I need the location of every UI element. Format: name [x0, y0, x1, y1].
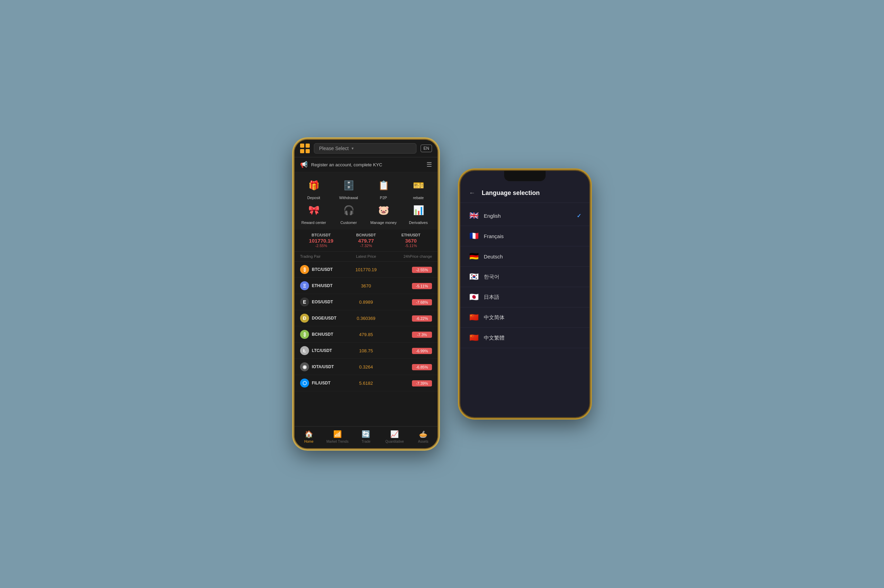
fr-name: Français	[484, 233, 581, 239]
zh-tw-flag-icon: 🇨🇳	[469, 333, 479, 342]
table-row[interactable]: ◉ IOTA/USDT 0.3264 -6.85%	[295, 359, 437, 375]
check-icon: ✓	[577, 213, 581, 219]
grid-icon[interactable]	[300, 144, 310, 153]
customer-label: Customer	[340, 220, 357, 225]
table-row[interactable]: Ł LTC/USDT 108.75 -6.99%	[295, 343, 437, 359]
pair-name: BCH/USDT	[312, 332, 333, 337]
reward-label: Reward center	[301, 220, 326, 225]
table-header: Trading Pair Latest Price 24hPrice chang…	[295, 251, 437, 262]
deposit-icon: 🎁	[305, 177, 322, 194]
table-row[interactable]: ⬡ FIL/USDT 5.6182 -7.39%	[295, 375, 437, 391]
coin-icon: Ð	[300, 314, 309, 322]
price-cell: 0.8989	[344, 300, 388, 305]
coin-icon: ₿	[300, 330, 309, 339]
phone-notch	[504, 171, 546, 181]
nav-quant[interactable]: 📈 Quantitative	[380, 430, 409, 443]
nav-home[interactable]: 🏠 Home	[295, 430, 323, 443]
trade-nav-icon: 🔄	[362, 430, 370, 438]
lang-item-ko[interactable]: 🇰🇷 한국어	[460, 267, 589, 287]
lang-item-en[interactable]: 🇬🇧 English ✓	[460, 206, 589, 226]
coin-icon: ◉	[300, 362, 309, 371]
right-phone: ← Language selection 🇬🇧 English ✓ 🇫🇷 Fra…	[459, 170, 591, 418]
market-BCH-USDT[interactable]: BCH/USDT 479.77 -7.32%	[345, 233, 387, 248]
pair-name: ETH/USDT	[312, 283, 332, 288]
zh-tw-name: 中文繁體	[484, 335, 581, 341]
language-title: Language selection	[482, 189, 540, 197]
action-p2p[interactable]: 📋 P2P	[367, 177, 400, 200]
en-flag-icon: 🇬🇧	[469, 211, 479, 220]
language-list: 🇬🇧 English ✓ 🇫🇷 Français 🇩🇪 Deutsch 🇰🇷 한…	[460, 203, 589, 417]
lang-item-zh-cn[interactable]: 🇨🇳 中文简体	[460, 308, 589, 328]
nav-market[interactable]: 📶 Market Trends	[323, 430, 352, 443]
lang-item-de[interactable]: 🇩🇪 Deutsch	[460, 246, 589, 267]
pair-name: DOGE/USDT	[312, 316, 336, 321]
table-row[interactable]: E EOS/USDT 0.8989 -7.68%	[295, 294, 437, 310]
pair-name: LTC/USDT	[312, 348, 332, 353]
pair-name: BTC/USDT	[312, 267, 333, 272]
change-badge: -2.55%	[412, 267, 432, 273]
menu-icon[interactable]: ☰	[427, 161, 432, 168]
derivatives-label: Derivatives	[409, 220, 427, 225]
money-icon: 🐷	[375, 202, 392, 218]
top-bar: Please Select ▾ EN	[295, 140, 437, 158]
language-screen: ← Language selection 🇬🇧 English ✓ 🇫🇷 Fra…	[460, 171, 589, 417]
announcement-bar: 📢 Register an account, complete KYC ☰	[295, 158, 437, 172]
ko-name: 한국어	[484, 274, 581, 280]
action-reward[interactable]: 🎀 Reward center	[297, 202, 330, 225]
back-button[interactable]: ←	[467, 188, 477, 198]
action-rebate[interactable]: 🎫 rebate	[402, 177, 435, 200]
action-customer[interactable]: 🎧 Customer	[332, 202, 365, 225]
action-money[interactable]: 🐷 Manage money	[367, 202, 400, 225]
table-row[interactable]: Ξ ETH/USDT 3670 -5.11%	[295, 278, 437, 294]
price-cell: 479.85	[344, 332, 388, 337]
assets-nav-icon: 🥧	[419, 430, 427, 438]
lang-item-ja[interactable]: 🇯🇵 日本語	[460, 287, 589, 308]
market-BTC-USDT[interactable]: BTC/USDT 101770.19 -2.55%	[300, 233, 342, 248]
chevron-down-icon: ▾	[352, 146, 353, 151]
change-badge: -5.11%	[412, 283, 432, 289]
pair-name: EOS/USDT	[312, 300, 333, 304]
ja-flag-icon: 🇯🇵	[469, 292, 479, 302]
trade-nav-label: Trade	[362, 440, 370, 443]
lang-item-zh-tw[interactable]: 🇨🇳 中文繁體	[460, 328, 589, 348]
language-badge[interactable]: EN	[421, 145, 432, 152]
coin-icon: Ł	[300, 346, 309, 355]
price-cell: 101770.19	[344, 267, 388, 272]
change-badge: -7.68%	[412, 299, 432, 305]
trading-list: ₿ BTC/USDT 101770.19 -2.55% Ξ ETH/USDT 3…	[295, 262, 437, 426]
coin-icon: E	[300, 297, 309, 306]
col-price-change: 24hPrice change	[388, 254, 432, 258]
nav-trade[interactable]: 🔄 Trade	[352, 430, 380, 443]
assets-nav-label: Assets	[418, 440, 428, 443]
action-derivatives[interactable]: 📊 Derivatives	[402, 202, 435, 225]
coin-icon: ⬡	[300, 378, 309, 387]
lang-item-fr[interactable]: 🇫🇷 Français	[460, 226, 589, 246]
market-ETH-USDT[interactable]: ETH/USDT 3670 -5.11%	[390, 233, 432, 248]
please-select-dropdown[interactable]: Please Select ▾	[314, 143, 416, 153]
table-row[interactable]: Ð DOGE/USDT 0.360369 -6.22%	[295, 310, 437, 326]
ja-name: 日本語	[484, 294, 581, 300]
price-cell: 108.75	[344, 348, 388, 353]
action-withdrawal[interactable]: 🗄️ Withdrawal	[332, 177, 365, 200]
change-badge: -6.99%	[412, 348, 432, 354]
table-row[interactable]: ₿ BCH/USDT 479.85 -7.3%	[295, 326, 437, 343]
change-badge: -6.22%	[412, 315, 432, 322]
withdrawal-icon: 🗄️	[340, 177, 357, 194]
rebate-label: rebate	[413, 196, 424, 200]
nav-assets[interactable]: 🥧 Assets	[409, 430, 437, 443]
pair-name: FIL/USDT	[312, 381, 331, 386]
pair-name: IOTA/USDT	[312, 364, 334, 369]
change-badge: -7.3%	[412, 332, 432, 338]
zh-cn-name: 中文简体	[484, 314, 581, 321]
quant-nav-label: Quantitative	[385, 440, 404, 443]
coin-icon: Ξ	[300, 281, 309, 290]
withdrawal-label: Withdrawal	[339, 196, 358, 200]
ko-flag-icon: 🇰🇷	[469, 272, 479, 281]
price-cell: 3670	[344, 283, 388, 288]
price-cell: 0.3264	[344, 364, 388, 370]
price-cell: 0.360369	[344, 316, 388, 321]
table-row[interactable]: ₿ BTC/USDT 101770.19 -2.55%	[295, 262, 437, 278]
de-name: Deutsch	[484, 254, 581, 260]
market-nav-label: Market Trends	[326, 440, 349, 443]
action-deposit[interactable]: 🎁 Deposit	[297, 177, 330, 200]
